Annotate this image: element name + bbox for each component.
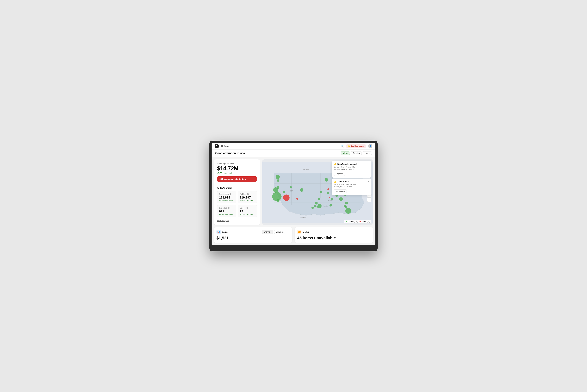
notification-card-1: ⚠️ 3 items 86ed ✕ Bangkok Thai · Regiona…	[332, 178, 372, 195]
svg-text:Houston: Houston	[323, 205, 328, 207]
legend-issues: Issues (25)	[360, 221, 370, 222]
apps-menu[interactable]: Apps ▾	[221, 145, 230, 147]
locations-filter[interactable]: Loca...	[363, 151, 372, 155]
apps-label: Apps	[224, 145, 229, 147]
dashboard-body: Today's gross sales $14.72M +5.77% past …	[212, 157, 375, 228]
svg-point-47	[283, 194, 289, 201]
notif-action-button-0[interactable]: Unpause	[334, 172, 345, 176]
menus-controls: ⋮	[367, 230, 371, 233]
notif-header-0: ⚠️ DoorDash is paused ✕	[334, 163, 369, 165]
sales-kebab-menu[interactable]: ⋮	[286, 230, 290, 233]
menus-icon: 🟠	[297, 230, 302, 234]
warning-icon-0: ⚠️	[334, 163, 337, 165]
healthy-dot-icon	[346, 221, 347, 222]
map-area[interactable]: Houston CANAD	[262, 160, 373, 225]
menus-title-row: 🟠 Menus	[297, 230, 310, 234]
user-avatar[interactable]: 👤	[368, 144, 372, 148]
svg-point-28	[330, 204, 332, 206]
notif-close-1[interactable]: ✕	[368, 180, 369, 183]
menus-value: 45 items unavailable	[297, 236, 371, 240]
sales-icon: 📊	[216, 230, 221, 234]
bell-icon: 🔔	[348, 145, 350, 147]
topnav-right: 🔍 🔔 3 critical issues 👤	[341, 144, 372, 148]
left-panel: Today's gross sales $14.72M +5.77% past …	[214, 160, 260, 225]
missed-label: Missed i	[240, 207, 255, 209]
notif-subtitle-1: Bangkok Thai · Regional Park 86ed by Eri…	[334, 184, 369, 188]
notif-header-1: ⚠️ 3 items 86ed ✕	[334, 180, 369, 183]
notification-overlay: ⚠️ DoorDash is paused ✕ Bangkok Thai · B…	[330, 160, 373, 197]
svg-point-33	[318, 198, 320, 200]
fulfilled-info-icon: i	[247, 193, 249, 195]
legend-healthy-label: Healthy (445)	[348, 221, 358, 222]
fulfilled-orders-cell: Fulfilled i 119,997 +2.34% past week	[238, 191, 257, 204]
svg-point-12	[276, 199, 279, 202]
fulfilled-change: +2.34% past week	[240, 200, 255, 202]
svg-point-32	[327, 192, 329, 194]
svg-point-8	[276, 175, 280, 179]
canceled-change: +2.34% past week	[219, 214, 234, 215]
total-orders-label: Total orders i	[219, 193, 234, 195]
page-title: Good afternoon, Olivia	[215, 152, 245, 155]
brands-filter[interactable]: Brands ▾	[351, 151, 362, 155]
svg-point-13	[277, 186, 279, 189]
svg-point-16	[290, 186, 292, 188]
legend-issues-label: Issues (25)	[362, 221, 370, 222]
canceled-value: 621	[219, 210, 234, 213]
svg-point-48	[296, 198, 298, 200]
logo[interactable]: O	[215, 144, 219, 148]
missed-info-icon: i	[246, 207, 248, 209]
svg-point-51	[329, 197, 330, 198]
page-header: Good afternoon, Olivia Live Brands ▾ Loc…	[212, 150, 375, 157]
apps-chevron-icon: ▾	[230, 145, 230, 147]
laptop-frame: O Apps ▾ 🔍 🔔 3 critical issues 👤 Good af…	[209, 141, 378, 251]
live-button[interactable]: Live	[341, 151, 350, 155]
orders-grid: Total orders i 121,834 +2.34% past week …	[217, 191, 257, 217]
fulfilled-label: Fulfilled i	[240, 193, 255, 195]
warning-icon-1: ⚠️	[334, 180, 337, 183]
critical-issues-button[interactable]: 🔔 3 critical issues	[346, 144, 366, 148]
channels-tab[interactable]: Channels	[262, 230, 273, 234]
menus-card-header: 🟠 Menus ⋮	[297, 230, 371, 234]
fulfilled-value: 119,997	[240, 196, 255, 199]
svg-point-36	[345, 208, 351, 214]
svg-point-31	[320, 191, 322, 193]
svg-point-14	[300, 188, 304, 192]
critical-issues-label: 3 critical issues	[351, 145, 364, 147]
legend-healthy: Healthy (445)	[346, 221, 358, 222]
bottom-section: 📊 Sales Channels Locations ⋮ $1,521 🟠	[212, 228, 375, 245]
svg-point-49	[328, 188, 329, 190]
locations-tab[interactable]: Locations	[274, 230, 285, 234]
notif-title-row-0: ⚠️ DoorDash is paused	[334, 163, 357, 165]
canceled-label: Canceled i	[219, 207, 234, 209]
svg-point-45	[318, 204, 322, 208]
search-icon[interactable]: 🔍	[341, 144, 344, 148]
svg-point-26	[314, 205, 316, 207]
issues-dot-icon	[360, 221, 361, 222]
svg-point-29	[331, 198, 333, 200]
sales-title-row: 📊 Sales	[216, 230, 228, 234]
svg-text:United: United	[290, 190, 293, 191]
sales-controls: Channels Locations ⋮	[262, 230, 290, 234]
menus-kebab-menu[interactable]: ⋮	[367, 230, 371, 233]
notif-title-0: DoorDash is paused	[337, 163, 357, 165]
brands-chevron-icon: ▾	[359, 152, 360, 154]
sales-card-header: 📊 Sales Channels Locations ⋮	[216, 230, 290, 234]
total-orders-value: 121,834	[219, 196, 234, 199]
sales-title: Sales	[222, 231, 228, 233]
svg-text:States: States	[290, 191, 293, 192]
attention-button[interactable]: 25 Locations need attention →	[217, 176, 257, 182]
canceled-info-icon: i	[228, 207, 230, 209]
view-insights-button[interactable]: View insights	[217, 220, 229, 222]
map-zoom-out-button[interactable]: −	[367, 198, 372, 202]
notif-close-0[interactable]: ✕	[368, 163, 369, 165]
canceled-orders-cell: Canceled i 621 +2.34% past week	[217, 205, 236, 217]
notif-action-button-1[interactable]: View Items	[334, 189, 347, 193]
screen: O Apps ▾ 🔍 🔔 3 critical issues 👤 Good af…	[212, 143, 375, 245]
svg-point-9	[277, 180, 279, 182]
metrics-card: Today's gross sales $14.72M +5.77% past …	[214, 160, 260, 225]
map-legend: Healthy (445) Issues (25)	[344, 220, 372, 224]
header-controls: Live Brands ▾ Loca...	[341, 151, 372, 155]
attention-arrow-icon: →	[252, 178, 254, 180]
brands-label: Brands	[353, 152, 359, 154]
live-label: Live	[344, 152, 348, 154]
